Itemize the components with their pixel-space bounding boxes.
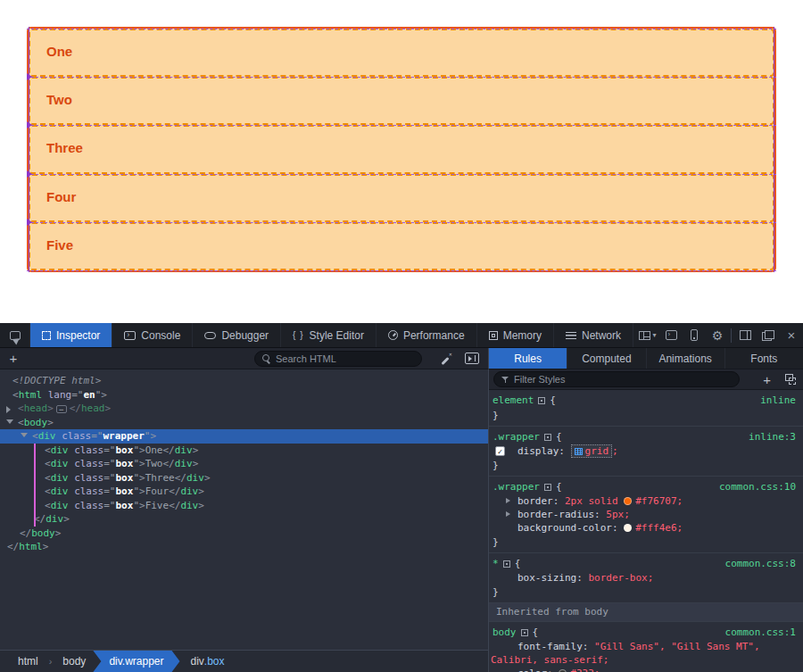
property-name[interactable]: border-radius: — [517, 509, 606, 520]
property-value[interactable]: 2px solid — [565, 495, 624, 507]
device-button[interactable] — [683, 323, 706, 347]
code-token: "> — [133, 500, 145, 511]
breadcrumb-html[interactable]: html — [0, 651, 49, 672]
responsive-design-mode-button[interactable]: ▾ — [636, 323, 659, 347]
markup-line[interactable]: </div> — [0, 512, 488, 527]
split-console-button[interactable] — [659, 323, 683, 347]
markup-line[interactable]: <html lang="en"> — [0, 388, 488, 402]
code-token: "> — [95, 389, 107, 401]
pick-element-button[interactable] — [0, 323, 30, 347]
dock-to-side-button[interactable] — [733, 323, 757, 347]
breadcrumb-div-wrapper[interactable]: div.wrapper — [93, 651, 179, 672]
tab-console[interactable]: Console — [112, 323, 193, 347]
css-declaration[interactable]: background-color: #fff4e6; — [489, 521, 803, 535]
property-value[interactable]: 5px — [606, 509, 624, 520]
expand-arrow-icon[interactable] — [6, 406, 11, 413]
color-swatch[interactable] — [624, 497, 632, 505]
tab-inspector[interactable]: Inspector — [30, 323, 112, 347]
tab-debugger[interactable]: Debugger — [193, 323, 281, 347]
tab-memory[interactable]: Memory — [477, 323, 554, 347]
property-name[interactable]: color: — [517, 668, 559, 672]
markup-line[interactable]: <!DOCTYPE html> — [0, 374, 488, 388]
rule-selector[interactable]: * — [493, 558, 499, 569]
declaration-checkbox[interactable]: ✓ — [495, 446, 505, 456]
css-declaration[interactable]: border-radius: 5px; — [489, 508, 803, 521]
property-value[interactable]: #f76707 — [635, 495, 676, 507]
rule-source-link[interactable]: common.css:8 — [725, 557, 796, 570]
color-swatch[interactable] — [624, 524, 632, 532]
markup-line[interactable]: <div class="box">Two</div> — [0, 457, 488, 471]
property-name[interactable]: display: — [517, 445, 571, 457]
rule-source-link[interactable]: common.css:1 — [725, 626, 796, 639]
markup-line[interactable]: <div class="box">Four</div> — [0, 485, 488, 499]
property-value[interactable]: #fff4e6 — [635, 522, 676, 534]
markup-line[interactable]: <div class="box">Three</div> — [0, 471, 488, 485]
grid-box[interactable]: Five — [29, 222, 774, 270]
property-value[interactable]: border-box — [588, 572, 647, 584]
selector-highlighter-icon[interactable] — [503, 560, 510, 568]
markup-line[interactable]: <body> — [0, 416, 488, 430]
rule-source-link[interactable]: inline — [760, 394, 796, 407]
rule-source-link[interactable]: common.css:10 — [719, 480, 796, 494]
css-declaration[interactable]: ✓display: grid; — [489, 444, 803, 458]
tab-label: Debugger — [221, 329, 269, 342]
tab-rules[interactable]: Rules — [489, 348, 567, 369]
tab-style-editor[interactable]: { } Style Editor — [281, 323, 377, 347]
grid-icon[interactable] — [575, 448, 583, 455]
grid-box[interactable]: One — [29, 29, 774, 77]
tab-computed[interactable]: Computed — [567, 348, 646, 369]
markup-line[interactable]: <head>…</head> — [0, 402, 488, 416]
tab-network[interactable]: Network — [554, 323, 633, 347]
css-declaration[interactable]: border: 2px solid #f76707; — [489, 494, 803, 508]
markup-line[interactable]: <div class="box">One</div> — [0, 444, 488, 458]
eyedropper-icon[interactable] — [440, 353, 452, 365]
code-token: box — [116, 500, 134, 511]
property-name[interactable]: background-color: — [517, 522, 624, 534]
expand-declaration-icon[interactable] — [506, 511, 510, 517]
add-node-button[interactable]: + — [0, 351, 27, 366]
property-name[interactable]: border: — [517, 495, 565, 507]
markup-line[interactable]: <div class="box">Five</div> — [0, 499, 488, 513]
rule-selector[interactable]: element — [493, 394, 534, 406]
rule-selector[interactable]: body — [493, 626, 517, 638]
selector-highlighter-icon[interactable] — [544, 434, 551, 441]
tab-animations[interactable]: Animations — [647, 348, 725, 369]
grid-box[interactable]: Three — [29, 125, 774, 173]
grid-box[interactable]: Four — [29, 174, 774, 222]
selector-highlighter-icon[interactable] — [538, 397, 545, 404]
markup-line[interactable]: </body> — [0, 527, 488, 541]
property-value[interactable]: #333 — [570, 668, 594, 672]
tab-performance[interactable]: Performance — [377, 323, 477, 347]
collapse-arrow-icon[interactable] — [21, 433, 28, 437]
selector-highlighter-icon[interactable] — [544, 484, 551, 491]
search-html-input[interactable]: Search HTML — [254, 351, 422, 367]
property-value[interactable]: grid — [585, 445, 609, 457]
tab-fonts[interactable]: Fonts — [725, 348, 803, 369]
grid-value-chip[interactable]: grid — [571, 444, 613, 458]
css-declaration[interactable]: box-sizing: border-box; — [489, 571, 803, 585]
css-declaration[interactable]: color: #333; — [489, 667, 803, 672]
close-devtools-button[interactable]: × — [780, 323, 803, 347]
property-name[interactable]: font-family: — [517, 641, 594, 652]
ellipsis-badge[interactable]: … — [56, 405, 67, 413]
rule-selector[interactable]: .wrapper — [493, 481, 540, 493]
collapse-arrow-icon[interactable] — [6, 419, 13, 424]
expand-declaration-icon[interactable] — [506, 498, 510, 503]
markup-line-selected[interactable]: <div class="wrapper"> — [0, 429, 488, 444]
markup-line[interactable]: </html> — [0, 540, 488, 554]
filter-styles-input[interactable]: Filter Styles — [493, 371, 740, 387]
rule-selector[interactable]: .wrapper — [493, 431, 540, 443]
property-name[interactable]: box-sizing: — [517, 572, 588, 584]
grid-box[interactable]: Two — [29, 77, 774, 125]
rule-source-link[interactable]: inline:3 — [749, 430, 796, 444]
breadcrumb-div-box[interactable]: div.box — [180, 651, 236, 672]
rulers-icon[interactable] — [465, 353, 479, 364]
separate-window-button[interactable] — [757, 323, 780, 347]
pseudo-class-icon[interactable] — [785, 374, 796, 385]
selector-highlighter-icon[interactable] — [521, 629, 528, 636]
breadcrumb-body[interactable]: body — [52, 651, 96, 672]
settings-button[interactable]: ⚙ — [706, 323, 729, 347]
network-icon — [566, 332, 576, 339]
add-rule-icon[interactable]: + — [763, 372, 771, 387]
css-declaration[interactable]: font-family: "Gill Sans", "Gill Sans MT"… — [489, 640, 803, 667]
